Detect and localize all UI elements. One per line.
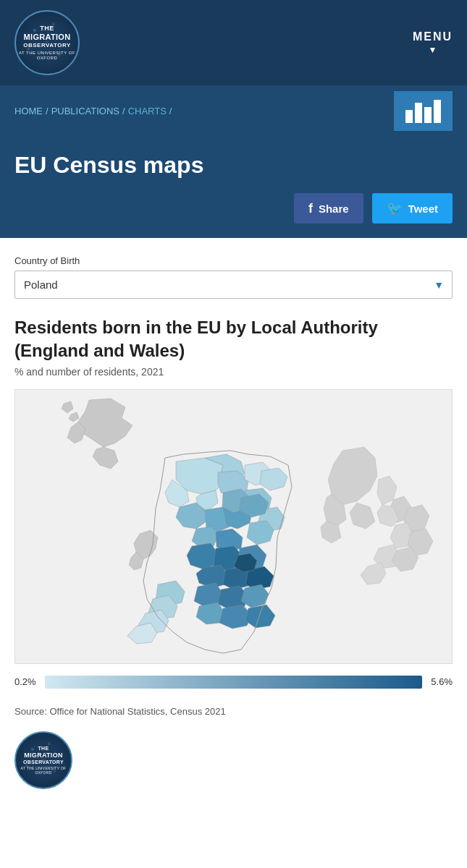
legend-gradient bbox=[45, 676, 423, 689]
legend-bar: 0.2% 5.6% bbox=[14, 676, 453, 689]
twitter-label: Tweet bbox=[408, 203, 438, 215]
logo-observatory: OBSERVATORY bbox=[16, 42, 78, 49]
breadcrumb-charts[interactable]: CHARTS bbox=[128, 106, 167, 116]
footer-logo-observatory: OBSERVATORY bbox=[16, 760, 71, 765]
logo-circle: THE MIGRATION OBSERVATORY AT THE UNIVERS… bbox=[14, 10, 80, 75]
chevron-down-icon: ▼ bbox=[413, 45, 453, 55]
breadcrumb-publications[interactable]: PUBLICATIONS bbox=[51, 106, 119, 116]
footer-logo: THE MIGRATION OBSERVATORY AT THE UNIVERS… bbox=[14, 731, 453, 804]
twitter-icon: 🐦 bbox=[387, 200, 403, 216]
breadcrumb-sep3: / bbox=[169, 106, 172, 116]
facebook-label: Share bbox=[319, 203, 349, 215]
menu-button[interactable]: MENU ▼ bbox=[413, 30, 453, 55]
main-content: Country of Birth Poland Germany France I… bbox=[0, 238, 467, 820]
chart-subtitle: % and number of residents, 2021 bbox=[14, 366, 453, 378]
logo-area: THE MIGRATION OBSERVATORY AT THE UNIVERS… bbox=[14, 10, 80, 75]
country-of-birth-select[interactable]: Poland Germany France Italy Spain Romani… bbox=[14, 271, 453, 299]
breadcrumb-sep1: / bbox=[46, 106, 49, 116]
country-filter-wrapper: Poland Germany France Italy Spain Romani… bbox=[14, 271, 453, 299]
filter-label: Country of Birth bbox=[14, 255, 453, 266]
footer-logo-the: THE bbox=[16, 746, 71, 752]
title-section: EU Census maps bbox=[0, 137, 467, 193]
header: THE MIGRATION OBSERVATORY AT THE UNIVERS… bbox=[0, 0, 467, 85]
legend-max-value: 5.6% bbox=[431, 676, 453, 687]
page-title: EU Census maps bbox=[14, 151, 453, 193]
logo-the: THE bbox=[16, 25, 78, 33]
legend-min-value: 0.2% bbox=[14, 676, 36, 687]
facebook-share-button[interactable]: f Share bbox=[294, 193, 363, 224]
breadcrumb: HOME / PUBLICATIONS / CHARTS / bbox=[14, 106, 172, 116]
footer-logo-university: AT THE UNIVERSITY OF OXFORD bbox=[16, 766, 71, 775]
nav-bar: HOME / PUBLICATIONS / CHARTS / bbox=[0, 85, 467, 137]
facebook-icon: f bbox=[308, 201, 313, 216]
chart-title: Residents born in the EU by Local Author… bbox=[14, 316, 453, 361]
breadcrumb-sep2: / bbox=[122, 106, 125, 116]
bar-chart-icon bbox=[405, 100, 441, 123]
logo-migration: MIGRATION bbox=[16, 33, 78, 42]
choropleth-map bbox=[31, 393, 437, 660]
breadcrumb-home[interactable]: HOME bbox=[14, 106, 43, 116]
logo-university: AT THE UNIVERSITY OF OXFORD bbox=[16, 51, 78, 61]
twitter-tweet-button[interactable]: 🐦 Tweet bbox=[372, 193, 453, 224]
map-container bbox=[14, 389, 453, 664]
source-text: Source: Office for National Statistics, … bbox=[14, 706, 453, 717]
footer-logo-circle: THE MIGRATION OBSERVATORY AT THE UNIVERS… bbox=[14, 731, 72, 789]
scotland-region bbox=[62, 399, 132, 469]
ireland-region bbox=[321, 447, 433, 584]
footer-logo-migration: MIGRATION bbox=[16, 752, 71, 760]
social-bar: f Share 🐦 Tweet bbox=[0, 193, 467, 238]
chart-icon-box bbox=[394, 91, 453, 131]
